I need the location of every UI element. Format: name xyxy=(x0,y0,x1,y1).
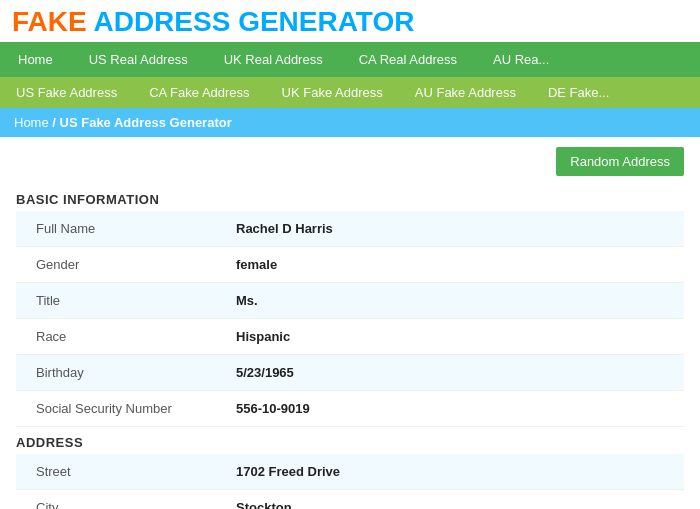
nav-de-fake[interactable]: DE Fake... xyxy=(532,77,625,108)
table-row: Street1702 Freed Drive xyxy=(16,454,684,490)
info-table-basic: Full NameRachel D HarrisGenderfemaleTitl… xyxy=(16,211,684,427)
table-row: Birthday5/23/1965 xyxy=(16,355,684,391)
nav-secondary: US Fake Address CA Fake Address UK Fake … xyxy=(0,77,700,108)
nav-au-real[interactable]: AU Rea... xyxy=(475,42,567,77)
breadcrumb: Home / US Fake Address Generator xyxy=(0,108,700,137)
nav-us-fake[interactable]: US Fake Address xyxy=(0,77,133,108)
table-row: Social Security Number556-10-9019 xyxy=(16,391,684,427)
site-logo: FAKE ADDRESS GENERATOR xyxy=(12,8,688,36)
section-header-address: ADDRESS xyxy=(16,427,684,454)
row-label: Social Security Number xyxy=(16,391,216,427)
table-row: CityStockton xyxy=(16,490,684,510)
row-value: 556-10-9019 xyxy=(216,391,684,427)
logo-rest: ADDRESS GENERATOR xyxy=(93,6,414,37)
nav-ca-real[interactable]: CA Real Address xyxy=(341,42,475,77)
table-row: Genderfemale xyxy=(16,247,684,283)
table-row: RaceHispanic xyxy=(16,319,684,355)
row-label: Gender xyxy=(16,247,216,283)
row-label: Race xyxy=(16,319,216,355)
row-label: Street xyxy=(16,454,216,490)
row-label: Title xyxy=(16,283,216,319)
nav-ca-fake[interactable]: CA Fake Address xyxy=(133,77,265,108)
nav-us-real[interactable]: US Real Address xyxy=(71,42,206,77)
table-row: TitleMs. xyxy=(16,283,684,319)
row-label: City xyxy=(16,490,216,510)
section-header-basic: BASIC INFORMATION xyxy=(16,184,684,211)
nav-au-fake[interactable]: AU Fake Address xyxy=(399,77,532,108)
info-table-address: Street1702 Freed DriveCityStockton xyxy=(16,454,684,509)
row-value: Ms. xyxy=(216,283,684,319)
row-value: female xyxy=(216,247,684,283)
random-btn-row: Random Address xyxy=(16,147,684,176)
breadcrumb-home[interactable]: Home xyxy=(14,115,49,130)
nav-primary: Home US Real Address UK Real Address CA … xyxy=(0,42,700,77)
random-address-button[interactable]: Random Address xyxy=(556,147,684,176)
row-label: Full Name xyxy=(16,211,216,247)
main-content: Random Address BASIC INFORMATIONFull Nam… xyxy=(0,137,700,509)
row-value: 1702 Freed Drive xyxy=(216,454,684,490)
nav-uk-real[interactable]: UK Real Address xyxy=(206,42,341,77)
row-value: Rachel D Harris xyxy=(216,211,684,247)
sections-container: BASIC INFORMATIONFull NameRachel D Harri… xyxy=(16,184,684,509)
row-value: Hispanic xyxy=(216,319,684,355)
nav-home[interactable]: Home xyxy=(0,42,71,77)
row-value: Stockton xyxy=(216,490,684,510)
breadcrumb-separator: / xyxy=(52,115,59,130)
site-header: FAKE ADDRESS GENERATOR xyxy=(0,0,700,42)
breadcrumb-current: US Fake Address Generator xyxy=(60,115,232,130)
row-value: 5/23/1965 xyxy=(216,355,684,391)
table-row: Full NameRachel D Harris xyxy=(16,211,684,247)
nav-uk-fake[interactable]: UK Fake Address xyxy=(266,77,399,108)
row-label: Birthday xyxy=(16,355,216,391)
logo-fake: FAKE xyxy=(12,6,87,37)
